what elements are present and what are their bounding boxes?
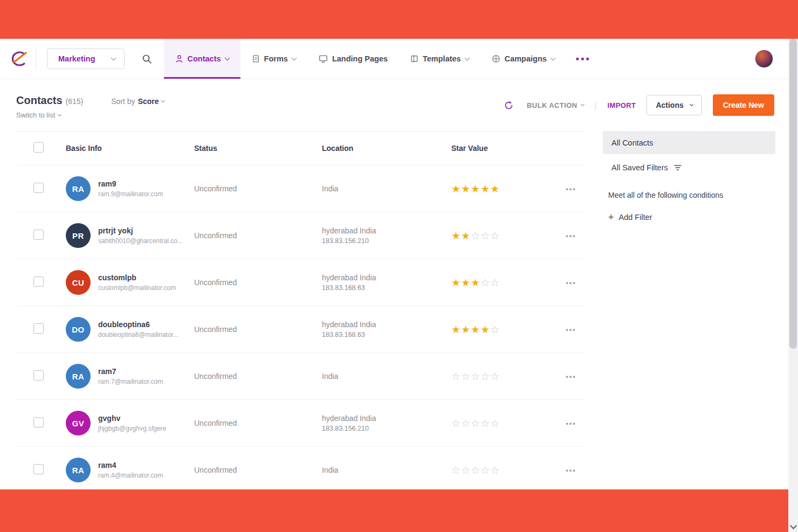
table-row[interactable]: DO doubleoptina6 doubleoptina6@mailinato… [16, 306, 585, 353]
star-empty-icon[interactable]: ☆ [451, 465, 460, 475]
row-checkbox[interactable] [33, 464, 44, 474]
star-filled-icon[interactable]: ★ [471, 184, 480, 194]
all-contacts-filter[interactable]: All Contacts [603, 131, 775, 154]
star-empty-icon[interactable]: ☆ [451, 418, 460, 429]
star-empty-icon[interactable]: ☆ [490, 278, 499, 288]
add-filter-button[interactable]: + Add Filter [603, 212, 652, 222]
star-empty-icon[interactable]: ☆ [490, 231, 499, 241]
table-row[interactable]: GV gvghv jhjgbgb@gvghvg.sfgere Unconfirm… [16, 400, 585, 447]
table-row[interactable]: PR prtrjt yokj sahith0010@gharcentral.co… [16, 212, 585, 259]
star-filled-icon[interactable]: ★ [471, 324, 480, 335]
contact-email: jhjgbgb@gvghvg.sfgere [98, 425, 166, 432]
table-row[interactable]: CU customlpb customlpb@mailinator.com Un… [16, 259, 585, 306]
table-row[interactable]: RA ram9 ram.9@mailinator.com Unconfirmed… [16, 165, 585, 212]
star-empty-icon[interactable]: ☆ [471, 418, 480, 429]
row-menu-button[interactable]: ••• [557, 279, 585, 287]
switch-to-list-control[interactable]: Switch to list [16, 111, 164, 119]
row-checkbox[interactable] [33, 323, 44, 334]
row-menu-button[interactable]: ••• [557, 232, 585, 240]
star-empty-icon[interactable]: ☆ [480, 371, 490, 382]
location-value: hyderabad India [322, 414, 451, 423]
row-menu-button[interactable]: ••• [557, 419, 585, 427]
star-empty-icon[interactable]: ☆ [471, 231, 480, 241]
nav-item-landing-pages[interactable]: Landing Pages [307, 39, 399, 79]
scroll-down-arrow-icon[interactable] [790, 523, 796, 530]
nav-more-button[interactable]: ••• [566, 39, 601, 79]
contact-name: ram7 [98, 367, 163, 376]
scrollbar-thumb[interactable] [789, 39, 797, 349]
star-filled-icon[interactable]: ★ [461, 184, 470, 194]
star-empty-icon[interactable]: ☆ [490, 418, 499, 429]
row-menu-button[interactable]: ••• [557, 466, 585, 474]
create-new-button[interactable]: Create New [713, 94, 774, 116]
table-row[interactable]: RA ram4 ram.4@mailinator.com Unconfirmed… [16, 447, 585, 489]
star-empty-icon[interactable]: ☆ [471, 371, 480, 382]
import-button[interactable]: IMPORT [607, 101, 636, 109]
workspace-selector[interactable]: Marketing [47, 49, 125, 69]
chevron-down-icon [580, 102, 584, 106]
search-button[interactable] [137, 50, 156, 68]
star-filled-icon[interactable]: ★ [471, 278, 480, 288]
star-rating[interactable]: ★★★☆☆ [451, 278, 557, 288]
contact-name: prtrjt yokj [98, 226, 183, 235]
star-rating[interactable]: ★★★★★ [451, 184, 557, 194]
contact-name: ram4 [98, 461, 163, 469]
star-filled-icon[interactable]: ★ [461, 324, 470, 335]
star-empty-icon[interactable]: ☆ [490, 465, 499, 475]
star-empty-icon[interactable]: ☆ [461, 465, 470, 475]
star-rating[interactable]: ★★☆☆☆ [451, 231, 557, 241]
row-checkbox[interactable] [33, 417, 44, 427]
campaign-icon [492, 54, 500, 63]
star-empty-icon[interactable]: ☆ [461, 371, 470, 382]
star-empty-icon[interactable]: ☆ [480, 231, 490, 241]
select-all-checkbox[interactable] [33, 142, 44, 153]
nav-item-templates[interactable]: Templates [399, 39, 480, 79]
star-filled-icon[interactable]: ★ [451, 184, 460, 194]
star-filled-icon[interactable]: ★ [461, 231, 470, 241]
star-empty-icon[interactable]: ☆ [471, 465, 480, 475]
refresh-button[interactable] [501, 98, 516, 113]
star-filled-icon[interactable]: ★ [451, 278, 460, 288]
star-empty-icon[interactable]: ☆ [490, 371, 499, 382]
sort-by-control[interactable]: Sort by Score [111, 97, 164, 106]
nav-item-contacts[interactable]: Contacts [164, 39, 240, 79]
nav-item-campaigns[interactable]: Campaigns [480, 39, 566, 79]
all-saved-filters[interactable]: All Saved Filters [603, 154, 775, 181]
bulk-action-button[interactable]: BULK ACTION [527, 101, 583, 109]
row-checkbox[interactable] [33, 370, 44, 381]
row-checkbox[interactable] [33, 183, 44, 193]
star-rating[interactable]: ★★★★☆ [451, 324, 557, 335]
status-value: Unconfirmed [194, 184, 322, 193]
row-checkbox[interactable] [33, 230, 44, 240]
row-menu-button[interactable]: ••• [557, 372, 585, 381]
star-filled-icon[interactable]: ★ [480, 324, 490, 335]
status-value: Unconfirmed [194, 372, 322, 381]
star-empty-icon[interactable]: ☆ [490, 324, 499, 335]
star-filled-icon[interactable]: ★ [451, 324, 460, 335]
star-empty-icon[interactable]: ☆ [480, 465, 490, 475]
star-empty-icon[interactable]: ☆ [451, 371, 460, 382]
page-scrollbar[interactable] [788, 39, 798, 532]
row-menu-button[interactable]: ••• [557, 326, 585, 334]
star-filled-icon[interactable]: ★ [480, 184, 490, 194]
status-value: Unconfirmed [194, 419, 322, 427]
star-filled-icon[interactable]: ★ [461, 278, 470, 288]
actions-dropdown-button[interactable]: Actions [646, 95, 701, 115]
star-rating[interactable]: ☆☆☆☆☆ [451, 371, 557, 382]
star-rating[interactable]: ☆☆☆☆☆ [451, 418, 557, 429]
star-empty-icon[interactable]: ☆ [480, 418, 490, 429]
brand-logo-icon[interactable] [9, 50, 28, 67]
column-header-basic-info: Basic Info [66, 144, 194, 153]
row-checkbox[interactable] [33, 277, 44, 287]
star-filled-icon[interactable]: ★ [490, 184, 499, 194]
location-value: India [322, 372, 451, 381]
user-avatar[interactable] [755, 50, 773, 68]
star-empty-icon[interactable]: ☆ [461, 418, 470, 429]
star-filled-icon[interactable]: ★ [451, 231, 460, 241]
star-empty-icon[interactable]: ☆ [480, 278, 490, 288]
star-rating[interactable]: ☆☆☆☆☆ [451, 465, 557, 475]
table-row[interactable]: RA ram7 ram.7@mailinator.com Unconfirmed… [16, 353, 585, 400]
nav-item-forms[interactable]: Forms [240, 39, 307, 79]
row-menu-button[interactable]: ••• [557, 185, 585, 193]
column-header-star-value: Star Value [451, 144, 557, 153]
